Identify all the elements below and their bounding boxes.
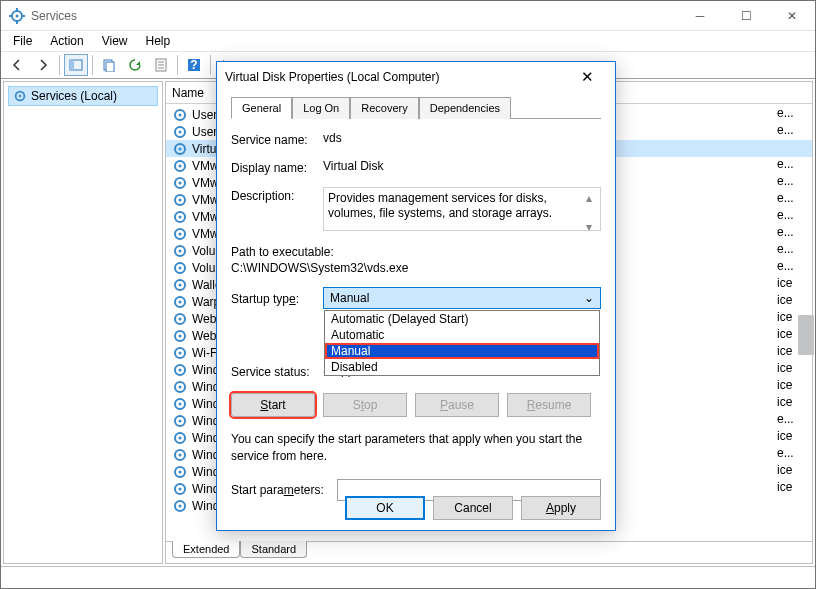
display-name-label: Display name:	[231, 159, 323, 175]
tab-general[interactable]: General	[231, 97, 292, 119]
nav-services-local[interactable]: Services (Local)	[8, 86, 158, 106]
dialog-title: Virtual Disk Properties (Local Computer)	[225, 70, 567, 84]
menu-action[interactable]: Action	[42, 32, 91, 50]
startup-type-value: Manual	[330, 291, 369, 305]
path-value: C:\WINDOWS\System32\vds.exe	[231, 261, 601, 275]
svg-point-48	[179, 351, 182, 354]
description-box: Provides management services for disks, …	[323, 187, 601, 231]
export-list-button[interactable]	[97, 54, 121, 76]
resume-button: Resume	[507, 393, 591, 417]
startup-type-label: Startup type:	[231, 290, 323, 306]
description-scroll[interactable]: ▴▾	[586, 191, 598, 235]
window-title: Services	[31, 9, 677, 23]
option-manual[interactable]: Manual	[325, 343, 599, 359]
description-text: Provides management services for disks, …	[328, 191, 552, 220]
path-label: Path to executable:	[231, 245, 601, 259]
svg-point-60	[179, 453, 182, 456]
option-disabled[interactable]: Disabled	[325, 359, 599, 375]
svg-point-46	[179, 334, 182, 337]
svg-point-26	[179, 164, 182, 167]
back-button[interactable]	[5, 54, 29, 76]
minimize-button[interactable]: ─	[677, 1, 723, 30]
dialog-close-button[interactable]: ✕	[567, 68, 607, 86]
dialog-tabs: General Log On Recovery Dependencies	[231, 96, 601, 119]
svg-point-22	[179, 130, 182, 133]
menu-help[interactable]: Help	[138, 32, 179, 50]
svg-text:?: ?	[190, 58, 197, 72]
svg-point-36	[179, 249, 182, 252]
svg-point-58	[179, 436, 182, 439]
svg-rect-9	[106, 62, 114, 72]
start-parameters-label: Start parameters:	[231, 483, 331, 497]
svg-point-62	[179, 470, 182, 473]
svg-point-52	[179, 385, 182, 388]
pause-button: Pause	[415, 393, 499, 417]
svg-point-18	[19, 95, 22, 98]
close-button[interactable]: ✕	[769, 1, 815, 30]
tab-dependencies[interactable]: Dependencies	[419, 97, 511, 119]
svg-point-34	[179, 232, 182, 235]
svg-point-24	[179, 147, 182, 150]
cancel-button[interactable]: Cancel	[433, 496, 513, 520]
chevron-down-icon: ⌄	[584, 291, 594, 305]
services-window: Services ─ ☐ ✕ File Action View Help ?	[0, 0, 816, 589]
tab-standard[interactable]: Standard	[240, 541, 307, 558]
svg-point-1	[16, 14, 19, 17]
tab-logon[interactable]: Log On	[292, 97, 350, 119]
service-name-label: Service name:	[231, 131, 323, 147]
forward-button[interactable]	[31, 54, 55, 76]
option-automatic[interactable]: Automatic	[325, 327, 599, 343]
bottom-tabs: Extended Standard	[166, 541, 812, 563]
option-auto-delayed[interactable]: Automatic (Delayed Start)	[325, 311, 599, 327]
svg-point-44	[179, 317, 182, 320]
show-hide-tree-button[interactable]	[64, 54, 88, 76]
scrollbar-thumb[interactable]	[798, 315, 814, 355]
svg-point-64	[179, 487, 182, 490]
start-params-hint: You can specify the start parameters tha…	[231, 431, 601, 465]
services-icon	[9, 8, 25, 24]
stop-button: Stop	[323, 393, 407, 417]
ok-button[interactable]: OK	[345, 496, 425, 520]
properties-dialog: Virtual Disk Properties (Local Computer)…	[216, 61, 616, 531]
svg-point-32	[179, 215, 182, 218]
service-status-label: Service status:	[231, 363, 323, 379]
start-button[interactable]: Start	[231, 393, 315, 417]
description-label: Description:	[231, 187, 323, 203]
display-name-value: Virtual Disk	[323, 159, 601, 173]
menu-file[interactable]: File	[5, 32, 40, 50]
startup-type-dropdown: Automatic (Delayed Start) Automatic Manu…	[324, 310, 600, 376]
svg-point-38	[179, 266, 182, 269]
statusbar	[1, 566, 815, 588]
svg-point-54	[179, 402, 182, 405]
svg-rect-7	[70, 60, 74, 70]
service-name-value: vds	[323, 131, 601, 145]
help-button[interactable]: ?	[182, 54, 206, 76]
dialog-titlebar: Virtual Disk Properties (Local Computer)…	[217, 62, 615, 92]
svg-point-42	[179, 300, 182, 303]
svg-point-66	[179, 504, 182, 507]
properties-button[interactable]	[149, 54, 173, 76]
svg-point-30	[179, 198, 182, 201]
svg-point-40	[179, 283, 182, 286]
refresh-button[interactable]	[123, 54, 147, 76]
truncated-right-column: e...e...e...e...e...e...e...e...e...icei…	[777, 105, 789, 496]
svg-point-28	[179, 181, 182, 184]
svg-point-50	[179, 368, 182, 371]
tab-extended[interactable]: Extended	[172, 541, 240, 558]
nav-root-label: Services (Local)	[31, 89, 117, 103]
startup-type-combo[interactable]: Manual ⌄ Automatic (Delayed Start) Autom…	[323, 287, 601, 309]
svg-point-56	[179, 419, 182, 422]
maximize-button[interactable]: ☐	[723, 1, 769, 30]
menu-view[interactable]: View	[94, 32, 136, 50]
tab-recovery[interactable]: Recovery	[350, 97, 418, 119]
apply-button[interactable]: Apply	[521, 496, 601, 520]
svg-point-20	[179, 113, 182, 116]
gear-icon	[13, 89, 27, 103]
nav-tree: Services (Local)	[3, 81, 163, 564]
titlebar: Services ─ ☐ ✕	[1, 1, 815, 31]
menubar: File Action View Help	[1, 31, 815, 51]
